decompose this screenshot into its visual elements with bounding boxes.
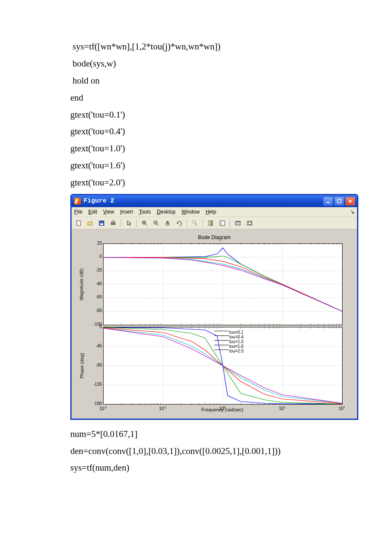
ytick: 20 [84, 239, 102, 247]
menubar: FileEditViewInsertToolsDesktopWindowHelp… [72, 207, 357, 217]
ytick: -20 [84, 266, 102, 274]
code-block-after: num=5*[0.0167,1]den=conv(conv([1,0],[0.0… [70, 426, 362, 477]
svg-rect-4 [100, 223, 103, 225]
code-line: num=5*[0.0167,1] [70, 426, 362, 443]
code-line: hold on [70, 72, 362, 90]
code-line: sys=tf(num,den) [70, 460, 362, 477]
svg-rect-16 [248, 222, 251, 225]
ytick: -40 [84, 280, 102, 288]
menu-view[interactable]: View [103, 207, 114, 217]
xtick: 102 [338, 405, 345, 413]
menu-help[interactable]: Help [206, 207, 216, 217]
xtick: 100 [219, 405, 225, 413]
ytick: -60 [84, 293, 102, 301]
document-page: sys=tf([wn*wn],[1,2*tou(j)*wn,wn*wn]) bo… [0, 0, 392, 494]
undock-icon[interactable] [244, 218, 254, 228]
dock-icon[interactable] [233, 218, 243, 228]
toolbar [72, 217, 357, 229]
code-line: end [70, 90, 362, 107]
menu-edit[interactable]: Edit [88, 207, 97, 217]
rotate-icon[interactable] [174, 218, 184, 228]
magnitude-axes-wrap: Magnitude (dB) 200-20-40-60-80-100 [77, 243, 349, 325]
code-line: gtext('tou=1.0') [70, 140, 362, 157]
svg-rect-11 [211, 221, 213, 225]
menu-insert[interactable]: Insert [120, 207, 133, 217]
code-block-before: sys=tf([wn*wn],[1,2*tou(j)*wn,wn*wn]) bo… [70, 38, 362, 191]
ytick: -90 [84, 361, 102, 369]
menu-tools[interactable]: Tools [139, 207, 151, 217]
matlab-icon [74, 198, 81, 205]
figure-window: Figure 2 FileEditViewInsertToolsDesktopW… [70, 194, 358, 420]
svg-rect-12 [220, 221, 225, 225]
chart-title: Bode Diagram [77, 233, 352, 243]
svg-rect-0 [326, 202, 330, 203]
xtick: 10-2 [99, 405, 107, 413]
svg-rect-1 [337, 199, 341, 203]
pan-icon[interactable] [162, 218, 173, 228]
ytick: -135 [84, 380, 102, 388]
menu-corner-icon: ↘ [350, 207, 355, 217]
annotation: tou=2.0 [229, 347, 244, 355]
code-line: gtext('tou=0.1') [70, 107, 362, 124]
plot-area: Bode Diagram Magnitude (dB) 200-20-40-60… [72, 229, 357, 419]
menu-file[interactable]: File [74, 207, 82, 217]
zoom-out-icon[interactable] [151, 218, 161, 228]
code-line: bode(sys,w) [70, 55, 362, 72]
minimize-button[interactable] [323, 197, 333, 206]
open-icon[interactable] [85, 218, 95, 228]
save-icon[interactable] [96, 218, 107, 228]
legend-icon[interactable] [217, 218, 227, 228]
zoom-in-icon[interactable] [139, 218, 150, 228]
code-line: gtext('tou=2.0') [70, 174, 362, 191]
phase-axes-wrap: Phase (deg) 0-45-90-135-180 tou=0.1tou=0… [77, 327, 349, 405]
code-line: sys=tf([wn*wn],[1,2*tou(j)*wn,wn*wn]) [70, 38, 362, 55]
svg-rect-6 [112, 221, 114, 223]
svg-rect-14 [236, 221, 240, 222]
menu-desktop[interactable]: Desktop [157, 207, 176, 217]
colorbar-icon[interactable] [205, 218, 216, 228]
maximize-button[interactable] [334, 197, 344, 206]
code-line: den=conv(conv([1,0],[0.03,1]),conv([0.00… [70, 443, 362, 460]
svg-rect-5 [111, 223, 115, 225]
svg-rect-9 [193, 221, 196, 223]
print-icon[interactable] [108, 218, 118, 228]
ytick: -80 [84, 306, 102, 315]
new-icon[interactable] [73, 218, 84, 228]
code-line: gtext('tou=1.6') [70, 157, 362, 174]
ytick: 0 [84, 323, 102, 331]
svg-rect-10 [209, 221, 210, 225]
datacursor-icon[interactable] [190, 218, 200, 228]
code-line: gtext('tou=0.4') [70, 123, 362, 140]
svg-rect-2 [77, 221, 81, 225]
ytick: -45 [84, 342, 102, 350]
window-title: Figure 2 [84, 195, 323, 208]
menu-window[interactable]: Window [182, 207, 200, 217]
titlebar: Figure 2 [72, 195, 357, 207]
magnitude-axes[interactable]: 200-20-40-60-80-100 [103, 243, 343, 325]
ytick: 0 [84, 252, 102, 260]
close-button[interactable] [345, 197, 355, 206]
pointer-icon[interactable] [124, 218, 134, 228]
xticks: 10-210-1100101102 [103, 405, 342, 411]
xtick: 10-1 [159, 405, 166, 413]
phase-axes[interactable]: 0-45-90-135-180 tou=0.1tou=0.4tou=1.0tou… [103, 327, 343, 405]
xtick: 101 [279, 405, 285, 413]
